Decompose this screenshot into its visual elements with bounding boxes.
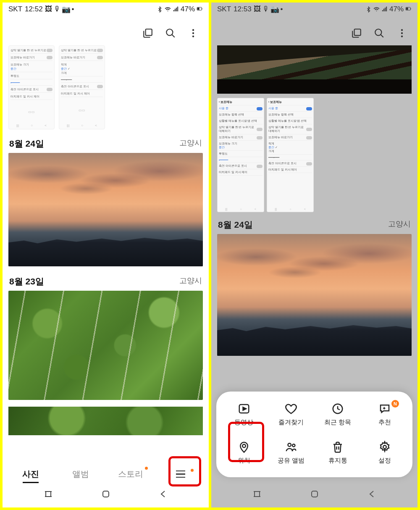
home-icon[interactable]: [101, 489, 111, 501]
svg-rect-23: [312, 491, 318, 497]
svg-point-19: [242, 444, 246, 448]
clock-icon: [331, 402, 344, 415]
top-action-bar: [3, 16, 209, 45]
location-label: 고양시: [388, 219, 411, 231]
svg-rect-12: [354, 29, 361, 35]
svg-rect-8: [103, 491, 109, 497]
location-label: 고양시: [179, 138, 202, 150]
photo-plants-2[interactable]: [8, 407, 203, 435]
back-icon[interactable]: [367, 489, 377, 501]
left-screenshot: SKT 12:52 🖼 🎙 📷 • 47%: [3, 3, 209, 507]
gear-icon: [378, 441, 391, 453]
tab-menu[interactable]: [155, 471, 205, 478]
thumbnail-item[interactable]: 상탁 열기를 한 번 누르기로 대체하기 보조메뉴 바로가기 작게중간 ✓크게 …: [59, 45, 105, 129]
location-pin-icon: [238, 441, 250, 453]
photo-plants[interactable]: [8, 291, 203, 400]
tab-albums[interactable]: 앨범: [56, 468, 106, 480]
heart-icon: [285, 402, 297, 415]
svg-rect-11: [410, 8, 411, 10]
app-icon-2: 📷: [272, 6, 278, 13]
search-icon[interactable]: [165, 28, 176, 39]
svg-rect-10: [406, 8, 408, 10]
people-icon: [285, 441, 297, 453]
thumbnail-item[interactable]: ‹ 보조메뉴 사용 중 보조메뉴 항목 선택 상황별 메뉴를 표시할 앱 선택 …: [267, 98, 314, 212]
date-header: 8월 24일 고양시: [3, 135, 209, 152]
sheet-item-location[interactable]: 위치: [220, 441, 268, 465]
date-label: 8월 24일: [9, 138, 44, 150]
svg-point-5: [192, 29, 194, 31]
more-indicator: •: [72, 5, 74, 13]
new-badge-icon: N: [391, 400, 399, 407]
more-icon[interactable]: [188, 28, 199, 39]
sheet-item-trash[interactable]: 휴지통: [315, 441, 362, 465]
sheet-item-videos[interactable]: 동영상: [220, 402, 268, 426]
hamburger-icon: [155, 471, 205, 478]
sheet-item-favorites[interactable]: 즐겨찾기: [268, 402, 315, 426]
recents-icon[interactable]: [252, 489, 262, 501]
bluetooth-icon: [365, 6, 372, 13]
sheet-item-settings[interactable]: 설정: [361, 441, 408, 465]
more-icon[interactable]: [396, 28, 407, 39]
svg-point-15: [401, 32, 403, 34]
thumbnail-item[interactable]: ‹ 보조메뉴 사용 중 보조메뉴 항목 선택 상황별 메뉴를 표시할 앱 선택 …: [217, 98, 264, 212]
photo-sunset[interactable]: [8, 153, 203, 266]
status-bar: SKT 12:52 🖼 🎙 📷 • 47%: [3, 3, 209, 16]
svg-point-13: [375, 29, 381, 35]
battery-label: 47%: [181, 5, 195, 13]
android-nav-bar: [3, 484, 209, 507]
battery-label: 47%: [389, 5, 404, 13]
signal-icon: [381, 6, 388, 13]
clock-label: 12:52: [25, 5, 43, 13]
search-icon[interactable]: [374, 28, 385, 39]
app-icon: 🎙: [54, 6, 60, 13]
menu-bottom-sheet: 동영상 즐겨찾기 최근 항목 N 추천 위치 공유 앨범: [216, 392, 412, 477]
tab-stories[interactable]: 스토리: [106, 468, 156, 480]
svg-rect-3: [146, 29, 152, 35]
battery-icon: [405, 6, 412, 13]
sheet-item-shared[interactable]: 공유 앨범: [268, 441, 315, 465]
svg-point-21: [292, 444, 295, 447]
photo-sunset[interactable]: [217, 234, 412, 356]
photo-palace[interactable]: [217, 45, 412, 94]
more-indicator: •: [281, 5, 283, 13]
battery-icon: [197, 6, 203, 13]
location-label: 고양시: [179, 276, 202, 287]
picture-icon: 🖼: [254, 6, 260, 13]
carrier-label: SKT: [217, 5, 231, 13]
trash-icon: [331, 441, 344, 453]
tab-photos[interactable]: 사진: [6, 468, 56, 480]
notification-dot-icon: [145, 467, 148, 470]
screenshot-thumbnails: 상탁 열기를 한 번 누르기로 대체하기 보조메뉴 바로가기 보조메뉴 크기중간…: [3, 45, 209, 135]
right-screenshot: SKT 12:53 🖼 🎙 📷 • 47% ‹ 보조메뉴 사용 중 보조메뉴 항…: [211, 3, 417, 507]
picture-icon: 🖼: [45, 6, 52, 13]
sheet-item-suggestions[interactable]: N 추천: [361, 402, 408, 426]
svg-point-14: [401, 29, 403, 31]
android-nav-bar: [211, 484, 417, 507]
clock-label: 12:53: [234, 5, 252, 13]
thumbnail-item[interactable]: 상탁 열기를 한 번 누르기로 대체하기 보조메뉴 바로가기 보조메뉴 크기중간…: [8, 45, 55, 129]
status-bar: SKT 12:53 🖼 🎙 📷 • 47%: [211, 3, 417, 16]
select-icon[interactable]: [142, 28, 153, 39]
notification-dot-icon: [191, 469, 194, 472]
carrier-label: SKT: [8, 5, 22, 13]
sparkle-chat-icon: [378, 402, 391, 415]
play-icon: [238, 402, 250, 415]
svg-rect-1: [197, 8, 200, 10]
top-action-bar: [211, 16, 417, 45]
svg-point-16: [401, 35, 403, 37]
date-label: 8월 23일: [9, 276, 44, 287]
svg-point-22: [383, 445, 386, 449]
app-icon: 🎙: [263, 6, 269, 13]
back-icon[interactable]: [158, 489, 168, 501]
home-icon[interactable]: [310, 489, 320, 501]
svg-point-20: [288, 443, 291, 447]
date-label: 8월 24일: [218, 219, 253, 231]
date-header: 8월 23일 고양시: [3, 273, 209, 290]
svg-point-6: [192, 32, 194, 34]
app-icon-2: 📷: [63, 6, 69, 13]
recents-icon[interactable]: [43, 489, 53, 501]
select-icon[interactable]: [351, 28, 362, 39]
sheet-item-recent[interactable]: 최근 항목: [315, 402, 362, 426]
screenshot-thumbnails: ‹ 보조메뉴 사용 중 보조메뉴 항목 선택 상황별 메뉴를 표시할 앱 선택 …: [211, 96, 417, 216]
wifi-icon: [373, 6, 380, 13]
